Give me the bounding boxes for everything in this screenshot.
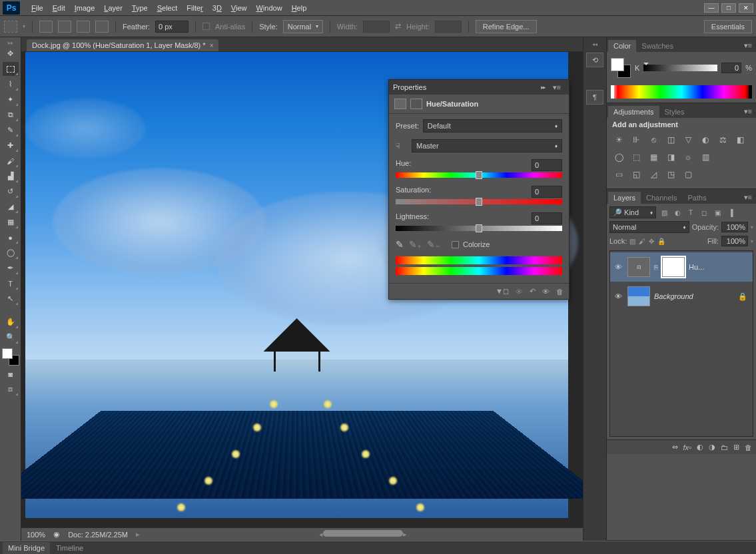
document-tab[interactable]: Dock.jpg @ 100% (Hue/Saturation 1, Layer… (27, 39, 218, 51)
filter-adjustment-icon[interactable]: ◐ (672, 208, 683, 217)
zoom-level[interactable]: 100% (27, 531, 45, 539)
feather-input[interactable] (155, 21, 189, 33)
layer-hue-saturation[interactable]: 👁 ⊟ ⎘ Hu... (610, 252, 753, 282)
workspace-essentials-button[interactable]: Essentials (704, 20, 752, 33)
refine-edge-button[interactable]: Refine Edge... (476, 20, 537, 33)
selective-color-icon[interactable]: ◱ (629, 168, 643, 180)
eraser-tool[interactable]: ◢ (3, 200, 19, 214)
marquee-tool[interactable] (3, 62, 19, 76)
preset-select[interactable]: Default♦ (423, 119, 562, 133)
layers-tab[interactable]: Layers (608, 192, 641, 204)
brightness-contrast-icon[interactable]: ☀ (612, 134, 625, 146)
crop-tool[interactable]: ⧉ (3, 108, 19, 122)
menu-3d[interactable]: 3D (208, 2, 226, 14)
spectrum-picker[interactable] (611, 85, 752, 99)
filter-smart-icon[interactable]: ▣ (712, 208, 723, 217)
clone-stamp-tool[interactable]: ▟ (3, 169, 19, 183)
selection-add-icon[interactable] (58, 21, 71, 33)
selection-subtract-icon[interactable] (77, 21, 90, 33)
filter-toggle-icon[interactable]: ▐ (725, 208, 736, 217)
status-icon[interactable]: ◉ (53, 530, 60, 539)
menu-filter[interactable]: Filter (182, 2, 207, 14)
photo-filter-icon[interactable]: ◯ (612, 151, 625, 163)
window-maximize-button[interactable]: □ (721, 3, 736, 13)
healing-brush-tool[interactable]: ✚ (3, 138, 19, 152)
screen-mode-tool[interactable]: ⧈ (3, 382, 19, 396)
vibrance-icon[interactable]: ▽ (681, 134, 695, 146)
adjustment-thumb-icon[interactable]: ⊟ (627, 257, 650, 277)
invert-icon[interactable]: ◨ (664, 151, 677, 163)
opacity-input[interactable] (721, 222, 748, 232)
layer-filter-kind[interactable]: 🔎 Kind♦ (609, 206, 656, 218)
color-panel-menu-icon[interactable]: ▾≡ (740, 39, 756, 52)
timeline-tab[interactable]: Timeline (51, 542, 89, 554)
doc-info[interactable]: Doc: 2.25M/2.25M (68, 531, 128, 539)
menu-view[interactable]: View (226, 2, 252, 14)
window-minimize-button[interactable]: — (704, 3, 719, 13)
lock-all-icon[interactable]: 🔒 (657, 238, 665, 245)
foreground-background-colors[interactable] (2, 348, 19, 366)
properties-collapse-icon[interactable]: ▸▸ (541, 84, 545, 91)
menu-help[interactable]: Help (287, 2, 312, 14)
filter-type-icon[interactable]: T (685, 208, 696, 217)
menu-edit[interactable]: Edit (48, 2, 70, 14)
panel-grip-icon[interactable]: ◂◂ (592, 41, 597, 47)
delete-layer-icon[interactable]: 🗑 (745, 443, 752, 451)
color-swatch-pair[interactable] (611, 58, 631, 78)
lock-pixels-icon[interactable]: 🖌 (639, 238, 645, 245)
properties-panel[interactable]: Properties ▸▸ ▾≡ Hue/Saturation Preset: … (388, 79, 569, 300)
adjustments-tab[interactable]: Adjustments (608, 106, 659, 118)
color-lookup-icon[interactable]: ▦ (647, 151, 660, 163)
hue-saturation-icon[interactable]: ◐ (699, 134, 712, 146)
dodge-tool[interactable]: ◯ (3, 246, 19, 260)
foreground-color-swatch[interactable] (2, 348, 13, 359)
layer-mask-thumb[interactable] (662, 257, 685, 277)
move-tool[interactable]: ✥ (3, 47, 19, 61)
styles-tab[interactable]: Styles (659, 106, 690, 118)
tool-preset-icon[interactable] (4, 21, 17, 33)
adjustment-icon-3[interactable]: ◿ (647, 168, 660, 180)
lightness-value-input[interactable] (532, 212, 562, 224)
channels-tab[interactable]: Channels (641, 192, 682, 204)
new-fill-adjustment-icon[interactable]: ◑ (709, 443, 715, 451)
adjustment-icon-4[interactable]: ◳ (664, 168, 677, 180)
properties-menu-icon[interactable]: ▾≡ (549, 81, 565, 94)
magic-wand-tool[interactable]: ✦ (3, 93, 19, 107)
saturation-slider[interactable] (396, 199, 562, 204)
character-panel-button[interactable]: ¶ (586, 90, 603, 105)
menu-window[interactable]: Window (252, 2, 287, 14)
curves-icon[interactable]: ⎋ (647, 134, 660, 146)
grayscale-slider[interactable] (643, 65, 717, 71)
toggle-visibility-icon[interactable]: 👁 (542, 288, 550, 296)
quick-mask-tool[interactable]: ◙ (3, 367, 19, 381)
style-select[interactable]: Normal▾ (283, 20, 323, 33)
blend-mode-select[interactable]: Normal♦ (609, 221, 689, 233)
history-panel-button[interactable]: ⟲ (586, 53, 603, 67)
new-group-icon[interactable]: 🗀 (721, 443, 728, 451)
eyedropper-tool[interactable]: ✎ (3, 123, 19, 137)
layer-mask-icon[interactable]: ◐ (697, 443, 703, 451)
layer-background[interactable]: 👁 Background 🔒 (610, 282, 753, 311)
eyedropper-icon[interactable]: ✎ (396, 239, 404, 250)
colorize-checkbox[interactable] (452, 241, 459, 248)
adjustments-panel-menu-icon[interactable]: ▾≡ (740, 105, 756, 118)
document-tab-close-icon[interactable]: × (210, 42, 214, 49)
lock-position-icon[interactable]: ✥ (649, 238, 654, 245)
swatches-tab[interactable]: Swatches (636, 40, 679, 52)
channel-mixer-icon[interactable]: ⬚ (629, 151, 643, 163)
hand-tool[interactable]: ✋ (3, 315, 19, 329)
saturation-value-input[interactable] (532, 186, 562, 198)
mask-type-icon[interactable] (410, 99, 422, 109)
blur-tool[interactable]: ● (3, 230, 19, 244)
adjustment-type-icon[interactable] (394, 99, 406, 109)
new-layer-icon[interactable]: ⊞ (733, 443, 739, 451)
adjustment-icon-5[interactable]: ▢ (681, 168, 695, 180)
window-close-button[interactable]: ✕ (739, 3, 753, 13)
targeted-adjustment-icon[interactable]: ☟ (396, 142, 408, 150)
type-tool[interactable]: T (3, 276, 19, 290)
layer-fx-icon[interactable]: fx▫ (683, 443, 691, 451)
gradient-map-icon[interactable]: ▭ (612, 168, 625, 180)
link-layers-icon[interactable]: ⇔ (672, 443, 678, 451)
exposure-icon[interactable]: ◫ (664, 134, 677, 146)
fill-input[interactable] (721, 236, 748, 246)
